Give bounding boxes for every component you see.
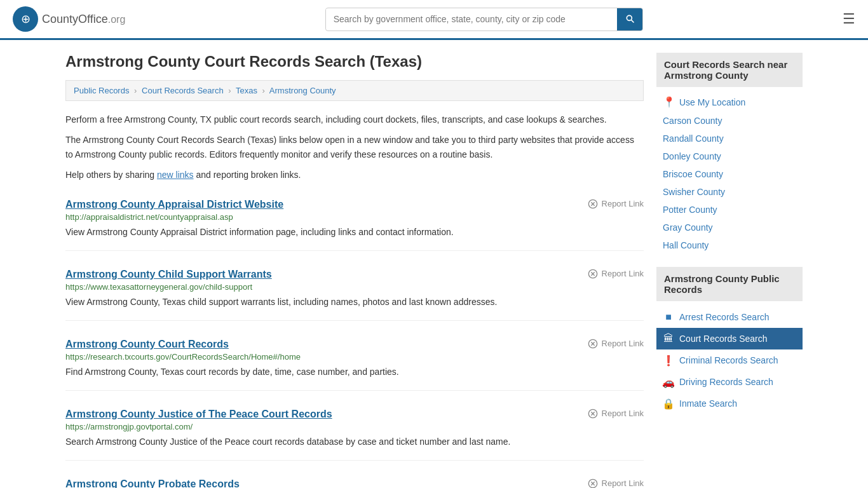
- court-records-icon: 🏛: [663, 333, 674, 344]
- report-link-2[interactable]: Report Link: [588, 339, 644, 349]
- search-input[interactable]: [326, 9, 617, 29]
- use-location[interactable]: 📍 Use My Location: [656, 92, 803, 112]
- report-icon: [588, 409, 598, 419]
- report-link-0[interactable]: Report Link: [588, 199, 644, 209]
- sidebar-arrest-records[interactable]: ■ Arrest Records Search: [656, 306, 803, 328]
- result-title-3[interactable]: Armstrong County Justice of The Peace Co…: [65, 409, 332, 420]
- description-para1: Perform a free Armstrong County, TX publ…: [65, 112, 644, 126]
- arrest-records-icon: ■: [663, 311, 674, 323]
- report-icon: [588, 269, 598, 279]
- nearby-heading: Court Records Search near Armstrong Coun…: [656, 53, 803, 87]
- driving-records-icon: 🚗: [663, 376, 674, 388]
- public-records-section: Armstrong County Public Records ■ Arrest…: [656, 267, 803, 414]
- report-link-3[interactable]: Report Link: [588, 409, 644, 419]
- criminal-records-icon: ❗: [663, 355, 674, 366]
- nearby-section: Court Records Search near Armstrong Coun…: [656, 53, 803, 254]
- report-icon: [588, 199, 598, 209]
- result-item: Armstrong County Court Records Report Li…: [65, 339, 644, 391]
- sidebar-criminal-records[interactable]: ❗ Criminal Records Search: [656, 349, 803, 371]
- location-pin-icon: 📍: [663, 96, 675, 108]
- sidebar-item-carson[interactable]: Carson County: [656, 112, 803, 130]
- site-header: ⊕ CountyOffice.org ☰: [0, 0, 868, 40]
- main-container: Armstrong County Court Records Search (T…: [53, 40, 815, 488]
- description-para2: The Armstrong County Court Records Searc…: [65, 133, 644, 161]
- sidebar-inmate-search[interactable]: 🔒 Inmate Search: [656, 393, 803, 414]
- hamburger-menu[interactable]: ☰: [843, 11, 855, 27]
- result-title-2[interactable]: Armstrong County Court Records: [65, 339, 229, 350]
- result-item: Armstrong County Justice of The Peace Co…: [65, 409, 644, 461]
- inmate-search-icon: 🔒: [663, 398, 674, 409]
- result-url-3: https://armstrongjp.govtportal.com/: [65, 422, 644, 431]
- breadcrumb-public-records[interactable]: Public Records: [74, 86, 129, 95]
- public-records-heading: Armstrong County Public Records: [656, 267, 803, 301]
- sidebar-driving-records[interactable]: 🚗 Driving Records Search: [656, 371, 803, 393]
- result-title-0[interactable]: Armstrong County Appraisal District Webs…: [65, 199, 283, 210]
- sidebar-item-donley[interactable]: Donley County: [656, 147, 803, 165]
- breadcrumb-texas[interactable]: Texas: [236, 86, 257, 95]
- search-bar: [325, 8, 643, 31]
- logo-text: CountyOffice.org: [42, 13, 125, 26]
- results-list: Armstrong County Appraisal District Webs…: [65, 199, 644, 488]
- sidebar-item-potter[interactable]: Potter County: [656, 201, 803, 219]
- report-icon: [588, 339, 598, 349]
- search-icon: [625, 13, 635, 24]
- search-button[interactable]: [617, 8, 642, 30]
- result-desc-1: View Armstrong County, Texas child suppo…: [65, 295, 644, 309]
- sidebar-item-randall[interactable]: Randall County: [656, 130, 803, 147]
- result-url-0: http://appraisaldistrict.net/countyappra…: [65, 212, 644, 222]
- breadcrumb: Public Records › Court Records Search › …: [65, 80, 644, 101]
- result-item: Armstrong County Probate Records Report …: [65, 478, 644, 488]
- result-desc-0: View Armstrong County Appraisal District…: [65, 226, 644, 239]
- breadcrumb-court-records-search[interactable]: Court Records Search: [142, 86, 224, 95]
- page-title: Armstrong County Court Records Search (T…: [65, 53, 644, 71]
- description-para3: Help others by sharing new links and rep…: [65, 168, 644, 182]
- sidebar-item-briscoe[interactable]: Briscoe County: [656, 165, 803, 183]
- report-link-1[interactable]: Report Link: [588, 269, 644, 279]
- logo[interactable]: ⊕ CountyOffice.org: [13, 6, 125, 32]
- main-content: Armstrong County Court Records Search (T…: [65, 53, 644, 488]
- report-link-4[interactable]: Report Link: [588, 478, 644, 488]
- sidebar-item-hall[interactable]: Hall County: [656, 236, 803, 254]
- breadcrumb-armstrong-county[interactable]: Armstrong County: [269, 86, 336, 95]
- report-icon: [588, 478, 598, 488]
- sidebar-court-records[interactable]: 🏛 Court Records Search: [656, 328, 803, 349]
- result-title-4[interactable]: Armstrong County Probate Records: [65, 478, 240, 488]
- result-url-1: https://www.texasattorneygeneral.gov/chi…: [65, 282, 644, 292]
- sidebar-item-gray[interactable]: Gray County: [656, 219, 803, 236]
- result-item: Armstrong County Child Support Warrants …: [65, 269, 644, 321]
- result-url-2: https://research.txcourts.gov/CourtRecor…: [65, 352, 644, 362]
- result-title-1[interactable]: Armstrong County Child Support Warrants: [65, 269, 272, 280]
- result-desc-2: Find Armstrong County, Texas court recor…: [65, 365, 644, 379]
- logo-icon: ⊕: [13, 6, 38, 32]
- sidebar: Court Records Search near Armstrong Coun…: [656, 53, 803, 488]
- sidebar-item-swisher[interactable]: Swisher County: [656, 183, 803, 201]
- result-item: Armstrong County Appraisal District Webs…: [65, 199, 644, 251]
- new-links[interactable]: new links: [157, 170, 194, 180]
- result-desc-3: Search Armstrong County Justice of the P…: [65, 435, 644, 449]
